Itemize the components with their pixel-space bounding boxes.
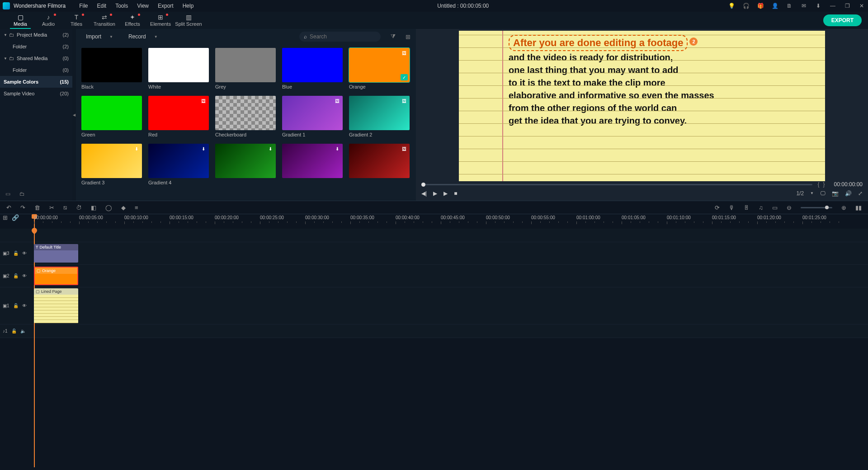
- redo-icon[interactable]: ↷: [20, 204, 25, 211]
- color-icon[interactable]: ◧: [91, 204, 96, 211]
- account-icon[interactable]: 👤: [771, 2, 778, 9]
- thumb-grey[interactable]: [215, 48, 276, 82]
- new-folder-icon[interactable]: ▭: [5, 191, 10, 197]
- visibility-icon[interactable]: 👁: [22, 273, 27, 278]
- mixer-icon[interactable]: 🎚: [744, 204, 750, 211]
- tab-effects[interactable]: ✦Effects: [118, 12, 146, 29]
- minimize-icon[interactable]: —: [829, 2, 836, 9]
- mark-out-icon[interactable]: }: [823, 181, 825, 188]
- thumb-white[interactable]: [148, 48, 209, 82]
- thumb-gradient-4[interactable]: ⬇: [148, 144, 209, 178]
- display-icon[interactable]: 🖵: [820, 190, 826, 197]
- tab-elements[interactable]: ⊞Elements: [146, 12, 175, 29]
- export-button[interactable]: EXPORT: [823, 14, 862, 26]
- sidebar-item-folder[interactable]: Folder(2): [0, 41, 72, 52]
- play-icon[interactable]: ▶: [433, 190, 437, 197]
- download-icon[interactable]: ⬇: [815, 2, 822, 9]
- zoom-slider[interactable]: [801, 207, 832, 208]
- record-dropdown[interactable]: Record▼: [124, 32, 162, 42]
- thumb-checkerboard[interactable]: [215, 96, 276, 130]
- sidebar-item-shared-media[interactable]: ▼🗀Shared Media(0): [0, 52, 72, 64]
- thumb-unnamed[interactable]: 🖼: [349, 144, 410, 178]
- tab-split-screen[interactable]: ▥Split Screen: [175, 12, 203, 29]
- tab-audio[interactable]: ♪Audio: [34, 12, 62, 29]
- stop-icon[interactable]: ■: [454, 190, 457, 197]
- lock-icon[interactable]: 🔓: [13, 303, 19, 308]
- orange-clip[interactable]: ▢Orange 1: [34, 267, 78, 285]
- lock-icon[interactable]: 🔓: [13, 273, 19, 278]
- headset-icon[interactable]: 🎧: [742, 2, 750, 9]
- crop-icon[interactable]: ⧅: [63, 204, 67, 211]
- tab-transition[interactable]: ⇄Transition: [90, 12, 118, 29]
- music-icon[interactable]: ♫: [759, 204, 763, 211]
- chevron-down-icon[interactable]: ▼: [810, 191, 814, 195]
- preview-canvas[interactable]: After you are done editing a footage 2 a…: [459, 31, 825, 181]
- maximize-icon[interactable]: ❐: [844, 2, 851, 9]
- render-icon[interactable]: ⟳: [715, 204, 720, 211]
- sidebar-item-sample-colors[interactable]: Sample Colors(15): [0, 76, 72, 88]
- preview-ratio[interactable]: 1/2: [796, 190, 804, 197]
- voiceover-icon[interactable]: 🎙: [729, 204, 735, 211]
- menu-file[interactable]: File: [75, 3, 92, 9]
- menu-export[interactable]: Export: [153, 3, 178, 9]
- menu-view[interactable]: View: [132, 3, 153, 9]
- play-forward-icon[interactable]: ▶: [443, 190, 448, 197]
- lock-icon[interactable]: 🔓: [13, 251, 19, 256]
- delete-icon[interactable]: 🗑: [34, 204, 40, 211]
- zoom-fit-icon[interactable]: ▮▮: [855, 204, 862, 211]
- volume-icon[interactable]: 🔊: [845, 190, 852, 197]
- folder-icon[interactable]: 🗀: [19, 191, 25, 197]
- sidebar-item-project-media[interactable]: ▼🗀Project Media(2): [0, 29, 72, 41]
- zoom-out-icon[interactable]: ⊖: [787, 204, 792, 211]
- sidebar-collapse-handle[interactable]: ◀: [72, 29, 76, 201]
- tab-media[interactable]: ▢Media: [6, 12, 34, 29]
- zoom-in-icon[interactable]: ⊕: [841, 204, 846, 211]
- search-box[interactable]: ⌕: [299, 32, 381, 42]
- visibility-icon[interactable]: 👁: [22, 251, 27, 256]
- undo-icon[interactable]: ↶: [6, 204, 11, 211]
- snapshot-icon[interactable]: 📷: [832, 190, 839, 197]
- more-options-icon[interactable]: ≡: [135, 204, 138, 211]
- track-add-icon[interactable]: ⊞: [3, 214, 8, 221]
- menu-edit[interactable]: Edit: [93, 3, 111, 9]
- menu-help[interactable]: Help: [178, 3, 198, 9]
- mute-icon[interactable]: 🔈: [20, 329, 26, 334]
- fullscreen-icon[interactable]: ⤢: [858, 190, 863, 197]
- thumb-gradient-1[interactable]: 🖼: [282, 96, 343, 130]
- text-annotation-box[interactable]: After you are done editing a footage 2: [509, 35, 688, 51]
- visibility-icon[interactable]: 👁: [22, 303, 27, 308]
- gift-icon[interactable]: 🎁: [757, 2, 764, 9]
- search-input[interactable]: [310, 33, 364, 40]
- preview-scrubber[interactable]: [421, 184, 812, 185]
- mark-in-icon[interactable]: {: [818, 181, 820, 188]
- save-icon[interactable]: 🗎: [786, 2, 793, 9]
- tab-titles[interactable]: TTitles: [62, 12, 90, 29]
- thumb-blue[interactable]: [282, 48, 343, 82]
- thumb-green[interactable]: [81, 96, 142, 130]
- thumb-black[interactable]: [81, 48, 142, 82]
- lock-icon[interactable]: 🔓: [11, 329, 17, 334]
- cut-icon[interactable]: ✂: [49, 204, 54, 211]
- marker-icon[interactable]: ▭: [772, 204, 778, 211]
- close-icon[interactable]: ✕: [858, 2, 865, 9]
- thumb-gradient-2[interactable]: 🖼: [349, 96, 410, 130]
- mail-icon[interactable]: ✉: [800, 2, 807, 9]
- sidebar-item-folder[interactable]: Folder(0): [0, 64, 72, 76]
- thumb-gradient-3[interactable]: ⬇: [81, 144, 142, 178]
- sidebar-item-sample-video[interactable]: Sample Video(20): [0, 88, 72, 99]
- title-clip[interactable]: TDefault Title: [34, 244, 78, 263]
- prev-frame-icon[interactable]: ◀|: [421, 190, 427, 197]
- link-icon[interactable]: 🔗: [12, 214, 19, 221]
- keyframe-icon[interactable]: ◆: [121, 204, 126, 211]
- menu-tools[interactable]: Tools: [111, 3, 132, 9]
- lined-page-clip[interactable]: ▢Lined Page: [34, 288, 78, 323]
- thumb-red[interactable]: 🖼: [148, 96, 209, 130]
- green-screen-icon[interactable]: ◯: [105, 204, 112, 211]
- thumb-orange[interactable]: 🖼✓: [349, 48, 410, 82]
- import-dropdown[interactable]: Import▼: [81, 32, 118, 42]
- timeline-ruler[interactable]: 00:00:00:0000:00:05:0000:00:10:0000:00:1…: [32, 214, 868, 229]
- tips-icon[interactable]: 💡: [728, 2, 735, 9]
- filter-icon[interactable]: ⧩: [391, 33, 396, 40]
- grid-view-icon[interactable]: ⊞: [406, 33, 410, 40]
- thumb-unnamed[interactable]: ⬇: [215, 144, 276, 178]
